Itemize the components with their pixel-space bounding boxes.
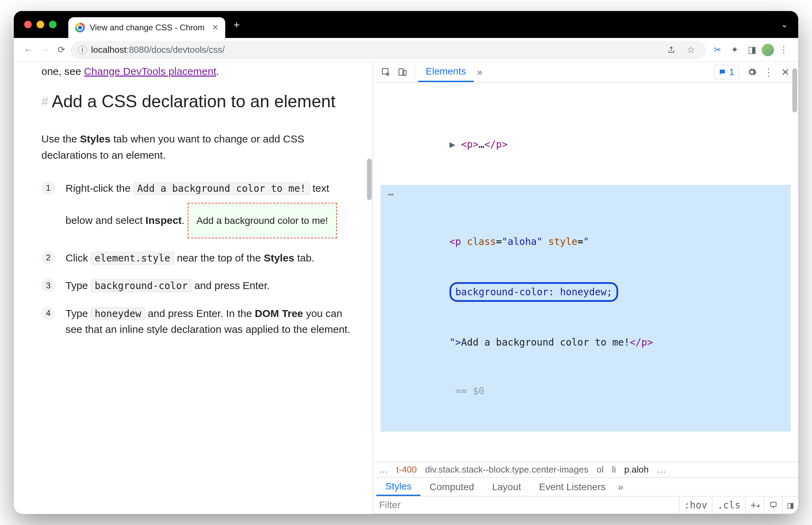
step-item: 1 Right-click the Add a background color… xyxy=(41,180,352,238)
dom-line[interactable]: ▶ <p>…</p> xyxy=(380,136,791,152)
window-close-button[interactable] xyxy=(24,21,32,28)
new-style-rule-icon[interactable]: +◢ xyxy=(745,496,764,514)
bc-more-left[interactable]: … xyxy=(379,464,388,475)
kebab-menu-icon[interactable]: ⋮ xyxy=(776,42,791,58)
reload-button[interactable]: ⟳ xyxy=(54,42,69,58)
tab-list-dropdown-icon[interactable]: ⌄ xyxy=(781,20,788,29)
change-placement-link[interactable]: Change DevTools placement xyxy=(84,66,216,77)
s1-a: Right-click the xyxy=(66,182,133,194)
highlighted-style-declaration: background-color: honeydew; xyxy=(449,282,618,302)
s4-bold: DOM Tree xyxy=(255,308,303,319)
dom-line-selected[interactable]: ⋯ <p class="aloha" style=" background-co… xyxy=(380,185,791,432)
extensions-icon[interactable]: ✦ xyxy=(727,42,742,58)
devtools-close-icon[interactable]: ✕ xyxy=(777,64,793,80)
new-tab-button[interactable]: ＋ xyxy=(231,18,242,32)
s1-bold: Inspect xyxy=(146,215,182,226)
browser-tab[interactable]: View and change CSS - Chrom ✕ xyxy=(68,17,225,38)
devtools-panel: Elements » 1 ⋮ ✕ ▶ <p>…</p> ⋯ <p class=" xyxy=(373,62,798,514)
cls-toggle[interactable]: .cls xyxy=(712,496,745,514)
s1-code: Add a background color to me! xyxy=(133,182,310,195)
subtab-computed[interactable]: Computed xyxy=(420,478,483,496)
step-body: Type background-color and press Enter. xyxy=(66,278,352,294)
settings-gear-icon[interactable] xyxy=(744,64,760,80)
side-panel-icon[interactable]: ◨ xyxy=(744,42,760,58)
ellipsis-icon[interactable]: ⋯ xyxy=(383,186,399,202)
subtabs-overflow-icon[interactable]: » xyxy=(615,482,627,493)
page-scrollbar-thumb[interactable] xyxy=(367,159,372,200)
forward-button[interactable]: → xyxy=(37,42,52,58)
tab-close-icon[interactable]: ✕ xyxy=(212,23,218,32)
s3-b: and press Enter. xyxy=(191,280,270,291)
content-area: one, see Change DevTools placement. #Add… xyxy=(14,62,798,514)
tab-elements[interactable]: Elements xyxy=(418,62,474,82)
heading-anchor-icon[interactable]: # xyxy=(41,95,48,109)
bc-item[interactable]: ol xyxy=(597,464,604,475)
step-number: 2 xyxy=(41,251,55,265)
dom-tree[interactable]: ▶ <p>…</p> ⋯ <p class="aloha" style=" ba… xyxy=(373,82,798,462)
styles-filter-input[interactable]: Filter xyxy=(373,499,679,511)
s4-a: Type xyxy=(66,308,91,319)
device-toolbar-icon[interactable] xyxy=(394,64,411,80)
dom-scrollbar-thumb[interactable] xyxy=(792,92,797,112)
chrome-favicon-icon xyxy=(75,23,85,32)
toolbar-right: ✂ ✦ ◨ ⋮ xyxy=(710,42,791,58)
s3-a: Type xyxy=(66,280,91,291)
inspect-element-icon[interactable] xyxy=(378,64,394,80)
s1-c: . xyxy=(182,215,185,226)
separator xyxy=(414,65,415,79)
styles-filter-row: Filter :hov .cls +◢ ◨ xyxy=(373,496,798,514)
p1-bold: Styles xyxy=(80,133,110,145)
step-item: 4 Type honeydew and press Enter. In the … xyxy=(41,306,352,338)
page-paragraph: Use the Styles tab when you want to chan… xyxy=(41,131,352,163)
window-controls xyxy=(24,21,57,28)
window-minimize-button[interactable] xyxy=(37,21,44,28)
tabs-overflow-icon[interactable]: » xyxy=(474,67,486,78)
devtools-kebab-icon[interactable]: ⋮ xyxy=(760,64,777,80)
subtab-event-listeners[interactable]: Event Listeners xyxy=(530,478,615,496)
sidebar-toggle-icon[interactable]: ◨ xyxy=(782,496,798,514)
demo-element[interactable]: Add a background color to me! xyxy=(188,203,337,238)
intro-suffix: . xyxy=(216,66,219,77)
profile-avatar[interactable] xyxy=(762,44,774,56)
s2-b: near the top of the xyxy=(174,252,264,264)
bc-item[interactable]: li xyxy=(612,464,616,475)
site-info-icon[interactable]: i xyxy=(78,46,87,55)
share-icon[interactable] xyxy=(664,42,679,58)
device-icon[interactable] xyxy=(764,496,782,514)
scissors-icon[interactable]: ✂ xyxy=(710,42,725,58)
styles-subtabs: Styles Computed Layout Event Listeners » xyxy=(373,478,798,496)
window-zoom-button[interactable] xyxy=(49,21,57,28)
address-bar[interactable]: i localhost:8080/docs/devtools/css/ ☆ xyxy=(70,41,706,59)
step-body: Right-click the Add a background color t… xyxy=(66,180,352,238)
step-number: 1 xyxy=(41,181,55,195)
bc-more-right[interactable]: … xyxy=(657,464,666,475)
p1-a: Use the xyxy=(41,133,80,145)
bc-item[interactable]: t-400 xyxy=(396,464,417,475)
browser-window: View and change CSS - Chrom ✕ ＋ ⌄ ← → ⟳ … xyxy=(14,11,798,514)
intro-text: one, see xyxy=(41,66,84,77)
back-button[interactable]: ← xyxy=(21,42,36,58)
tab-title: View and change CSS - Chrom xyxy=(90,23,205,32)
issues-button[interactable]: 1 xyxy=(714,65,739,79)
issues-count: 1 xyxy=(729,67,734,78)
devtools-tabs: Elements » 1 ⋮ ✕ xyxy=(373,62,798,82)
bc-item[interactable]: div.stack.stack--block.type.center-image… xyxy=(425,464,588,475)
step-number: 3 xyxy=(41,278,55,292)
toolbar: ← → ⟳ i localhost:8080/docs/devtools/css… xyxy=(14,38,798,62)
bc-item-current[interactable]: p.aloh xyxy=(624,464,649,475)
dom-breadcrumb[interactable]: … t-400 div.stack.stack--block.type.cent… xyxy=(373,462,798,478)
bookmark-icon[interactable]: ☆ xyxy=(683,42,698,58)
s4-b: and press Enter. In the xyxy=(145,308,255,319)
steps-list: 1 Right-click the Add a background color… xyxy=(41,180,352,338)
s4-code: honeydew xyxy=(91,307,145,320)
step-number: 4 xyxy=(41,306,55,320)
tab-strip: View and change CSS - Chrom ✕ ＋ ⌄ xyxy=(14,11,798,38)
step-body: Click element.style near the top of the … xyxy=(66,250,352,266)
subtab-layout[interactable]: Layout xyxy=(483,478,530,496)
page-intro: one, see Change DevTools placement. xyxy=(41,66,352,77)
heading-text: Add a CSS declaration to an element xyxy=(52,92,336,111)
subtab-styles[interactable]: Styles xyxy=(376,478,420,496)
s2-bold: Styles xyxy=(264,252,294,264)
hov-toggle[interactable]: :hov xyxy=(679,496,712,514)
page-heading: #Add a CSS declaration to an element xyxy=(41,91,352,112)
